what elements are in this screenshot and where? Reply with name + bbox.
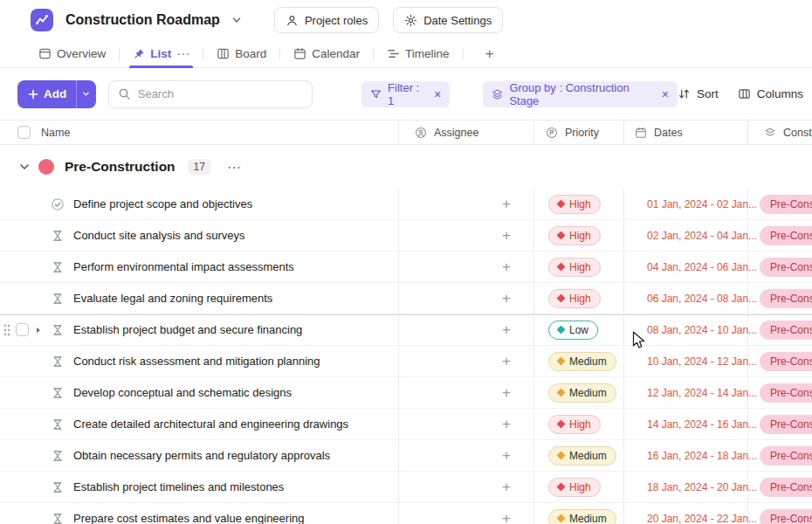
table-row[interactable]: Conduct site analysis and surveys + High… (0, 220, 812, 252)
table-row[interactable]: Obtain necessary permits and regulatory … (0, 440, 812, 472)
stage-pill[interactable]: Pre-Construction (760, 352, 812, 371)
date-range[interactable]: 14 Jan, 2024 - 16 Jan... (647, 418, 757, 431)
project-logo-icon[interactable] (31, 9, 53, 31)
date-settings-button[interactable]: Date Settings (393, 7, 503, 33)
tab-list-more-button[interactable]: ⋯ (176, 46, 189, 62)
sort-button[interactable]: Sort (678, 87, 719, 100)
priority-pill[interactable]: High (548, 289, 601, 308)
priority-pill[interactable]: High (548, 226, 601, 245)
group-by-chip[interactable]: Group by : Construction Stage × (483, 81, 678, 107)
hourglass-status-icon[interactable] (51, 260, 65, 274)
add-assignee-button[interactable]: + (502, 354, 511, 369)
expand-row-icon[interactable] (34, 326, 43, 334)
group-more-button[interactable]: ⋯ (227, 159, 242, 176)
date-range[interactable]: 18 Jan, 2024 - 20 Jan... (647, 481, 757, 493)
hourglass-status-icon[interactable] (51, 292, 65, 306)
add-assignee-button[interactable]: + (502, 322, 511, 337)
task-name[interactable]: Obtain necessary permits and regulatory … (73, 449, 330, 462)
date-range[interactable]: 04 Jan, 2024 - 06 Jan... (647, 261, 757, 273)
priority-pill[interactable]: Medium (548, 383, 616, 403)
priority-pill[interactable]: High (548, 415, 601, 434)
stage-pill[interactable]: Pre-Construction (760, 415, 812, 434)
task-name[interactable]: Prepare cost estimates and value enginee… (73, 512, 305, 524)
stage-pill[interactable]: Pre-Construction (760, 509, 812, 524)
stage-pill[interactable]: Pre-Construction (760, 321, 812, 340)
hourglass-status-icon[interactable] (51, 386, 65, 400)
tab-overview[interactable]: Overview (35, 40, 109, 67)
hourglass-status-icon[interactable] (51, 323, 65, 337)
task-name[interactable]: Establish project timelines and mileston… (73, 480, 284, 493)
group-by-chip-close-icon[interactable]: × (660, 87, 669, 101)
table-row[interactable]: Evaluate legal and zoning requirements +… (0, 283, 812, 314)
hourglass-status-icon[interactable] (51, 355, 65, 369)
column-header-construction-stage[interactable]: Construction Stage (748, 121, 812, 144)
priority-pill[interactable]: High (548, 195, 601, 214)
stage-pill[interactable]: Pre-Construction (760, 383, 812, 403)
add-assignee-button[interactable]: + (502, 511, 511, 524)
priority-pill[interactable]: High (548, 258, 601, 277)
hourglass-status-icon[interactable] (51, 480, 65, 494)
task-name[interactable]: Perform environmental impact assessments (73, 260, 294, 273)
priority-pill[interactable]: Medium (548, 352, 616, 371)
date-range[interactable]: 08 Jan, 2024 - 10 Jan... (647, 324, 757, 336)
add-assignee-button[interactable]: + (502, 417, 511, 431)
add-assignee-button[interactable]: + (502, 479, 511, 494)
add-assignee-button[interactable]: + (502, 291, 511, 306)
date-range[interactable]: 01 Jan, 2024 - 02 Jan... (647, 198, 757, 210)
table-row[interactable]: Develop conceptual and schematic designs… (0, 377, 812, 409)
task-name[interactable]: Establish project budget and secure fina… (73, 323, 302, 336)
drag-handle-icon[interactable] (3, 324, 10, 336)
table-row[interactable]: Establish project timelines and mileston… (0, 472, 812, 503)
column-header-priority[interactable]: Priority (534, 121, 624, 144)
hourglass-status-icon[interactable] (51, 417, 65, 431)
add-tab-button[interactable]: + (485, 45, 494, 63)
hourglass-status-icon[interactable] (51, 449, 65, 463)
task-name[interactable]: Create detailed architectural and engine… (73, 417, 348, 431)
add-task-dropdown[interactable] (77, 80, 96, 108)
column-header-name[interactable]: Name (0, 121, 399, 144)
date-range[interactable]: 02 Jan, 2024 - 04 Jan... (647, 230, 757, 242)
select-all-checkbox[interactable] (17, 126, 31, 139)
stage-pill[interactable]: Pre-Construction (760, 289, 812, 308)
add-assignee-button[interactable]: + (502, 228, 511, 243)
filter-chip[interactable]: Filter : 1 × (361, 81, 450, 107)
task-name[interactable]: Conduct site analysis and surveys (73, 229, 245, 242)
column-header-assignee[interactable]: Assignee (399, 121, 534, 144)
search-box[interactable] (108, 80, 313, 108)
date-range[interactable]: 20 Jan, 2024 - 22 Jan... (647, 513, 757, 524)
add-assignee-button[interactable]: + (502, 259, 511, 274)
tab-timeline[interactable]: Timeline (383, 40, 453, 67)
add-assignee-button[interactable]: + (502, 448, 511, 463)
project-roles-button[interactable]: Project roles (274, 7, 379, 33)
date-range[interactable]: 10 Jan, 2024 - 12 Jan... (647, 355, 757, 368)
tab-calendar[interactable]: Calendar (290, 40, 363, 67)
collapse-group-button[interactable] (17, 160, 31, 174)
priority-pill[interactable]: High (548, 478, 601, 497)
column-header-dates[interactable]: Dates (624, 121, 748, 144)
search-input[interactable] (138, 87, 303, 100)
hourglass-status-icon[interactable] (51, 512, 65, 524)
task-name[interactable]: Develop conceptual and schematic designs (73, 386, 292, 399)
add-task-button[interactable]: Add (17, 80, 96, 108)
date-range[interactable]: 12 Jan, 2024 - 14 Jan... (647, 387, 757, 399)
date-range[interactable]: 16 Jan, 2024 - 18 Jan... (647, 450, 757, 462)
table-row[interactable]: Prepare cost estimates and value enginee… (0, 503, 812, 524)
check-circle-icon[interactable] (51, 197, 65, 211)
priority-pill[interactable]: Medium (548, 446, 616, 465)
table-row[interactable]: Define project scope and objectives + Hi… (0, 189, 812, 220)
table-row[interactable]: Create detailed architectural and engine… (0, 409, 812, 440)
columns-button[interactable]: Columns (738, 87, 803, 100)
add-task-main[interactable]: Add (17, 80, 76, 108)
stage-pill[interactable]: Pre-Construction (760, 258, 812, 277)
stage-pill[interactable]: Pre-Construction (760, 226, 812, 245)
table-row[interactable]: Conduct risk assessment and mitigation p… (0, 346, 812, 377)
task-name[interactable]: Evaluate legal and zoning requirements (73, 292, 272, 305)
tab-list[interactable]: List (129, 40, 175, 67)
chevron-down-icon[interactable] (231, 14, 243, 26)
tab-board[interactable]: Board (213, 40, 270, 67)
table-row[interactable]: Establish project budget and secure fina… (0, 314, 812, 346)
date-range[interactable]: 06 Jan, 2024 - 08 Jan... (647, 293, 757, 305)
filter-chip-close-icon[interactable]: × (432, 87, 441, 101)
hourglass-status-icon[interactable] (51, 229, 65, 243)
add-assignee-button[interactable]: + (502, 196, 511, 211)
